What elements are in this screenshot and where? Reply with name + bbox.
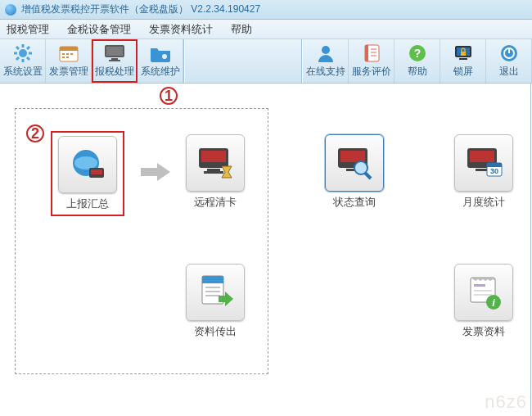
watermark: n6z6 bbox=[485, 391, 527, 413]
callout-2: 2 bbox=[26, 124, 44, 142]
power-icon bbox=[498, 43, 521, 63]
upload-summary-module[interactable]: 上报汇总 bbox=[54, 134, 121, 213]
menu-bar: 报税管理 金税设备管理 发票资料统计 帮助 bbox=[0, 20, 532, 39]
tax-processing-button[interactable]: 报税处理 bbox=[92, 39, 138, 83]
svg-rect-49 bbox=[470, 151, 494, 162]
lock-screen-button[interactable]: 锁屏 bbox=[440, 39, 486, 83]
calendar-icon bbox=[57, 43, 80, 63]
svg-rect-19 bbox=[109, 60, 120, 61]
svg-text:30: 30 bbox=[490, 167, 498, 175]
btn-label: 报税处理 bbox=[95, 65, 134, 79]
folder-gear-icon bbox=[149, 43, 172, 63]
person-icon bbox=[314, 43, 337, 63]
svg-text:i: i bbox=[492, 296, 495, 309]
document-export-icon bbox=[196, 273, 235, 312]
svg-line-6 bbox=[27, 57, 29, 60]
menu-tax-mgmt[interactable]: 报税管理 bbox=[7, 22, 49, 37]
menu-device-mgmt[interactable]: 金税设备管理 bbox=[67, 22, 131, 37]
notebook-icon bbox=[360, 43, 383, 63]
toolbar-separator bbox=[183, 39, 185, 83]
svg-rect-40 bbox=[201, 151, 226, 162]
system-maint-button[interactable]: 系统维护 bbox=[138, 39, 183, 83]
svg-rect-23 bbox=[365, 45, 368, 61]
svg-point-20 bbox=[162, 54, 167, 59]
module-label: 资料传出 bbox=[182, 324, 249, 339]
btn-label: 退出 bbox=[499, 65, 519, 79]
btn-label: 系统设置 bbox=[3, 65, 43, 79]
window-title: 增值税发票税控开票软件（金税盘版） V2.2.34.190427 bbox=[21, 2, 260, 16]
svg-line-47 bbox=[365, 173, 371, 179]
monitor-hourglass-icon bbox=[196, 143, 235, 183]
svg-rect-18 bbox=[111, 58, 118, 60]
btn-label: 在线支持 bbox=[306, 65, 345, 79]
title-bar: 增值税发票税控开票软件（金税盘版） V2.2.34.190427 bbox=[0, 0, 532, 20]
system-settings-button[interactable]: 系统设置 bbox=[0, 39, 46, 83]
gear-icon bbox=[11, 43, 34, 63]
svg-rect-15 bbox=[66, 57, 69, 58]
svg-rect-12 bbox=[66, 53, 69, 55]
svg-rect-32 bbox=[459, 58, 467, 60]
svg-line-8 bbox=[27, 47, 29, 49]
btn-label: 系统维护 bbox=[141, 65, 180, 79]
btn-label: 服务评价 bbox=[352, 65, 391, 79]
svg-rect-10 bbox=[60, 47, 78, 51]
module-label: 月度统计 bbox=[450, 195, 517, 210]
svg-rect-38 bbox=[91, 170, 102, 174]
svg-rect-55 bbox=[202, 276, 223, 283]
exit-button[interactable]: 退出 bbox=[486, 39, 532, 83]
module-label: 上报汇总 bbox=[56, 197, 119, 211]
arrow-icon bbox=[139, 161, 172, 183]
svg-rect-44 bbox=[340, 151, 365, 162]
svg-text:?: ? bbox=[413, 47, 421, 60]
status-query-module[interactable]: 状态查询 bbox=[321, 134, 388, 210]
svg-line-7 bbox=[16, 57, 19, 60]
globe-upload-icon bbox=[68, 145, 107, 184]
module-label: 远程清卡 bbox=[182, 195, 249, 210]
svg-rect-41 bbox=[207, 169, 220, 171]
content-area: 2 上报汇总 远程清卡 bbox=[0, 84, 532, 116]
lock-icon bbox=[452, 43, 475, 63]
app-icon bbox=[5, 4, 16, 16]
btn-label: 帮助 bbox=[408, 65, 427, 79]
module-label: 状态查询 bbox=[321, 195, 388, 210]
module-label: 发票资料 bbox=[450, 324, 517, 339]
svg-rect-31 bbox=[461, 52, 466, 56]
svg-point-21 bbox=[322, 46, 330, 54]
svg-line-5 bbox=[16, 47, 19, 49]
svg-point-0 bbox=[19, 49, 27, 57]
menu-help[interactable]: 帮助 bbox=[231, 22, 252, 37]
toolbar: 系统设置 发票管理 报税处理 系统维护 在线支持 bbox=[0, 39, 532, 84]
receipt-info-icon: i bbox=[464, 273, 503, 312]
help-button[interactable]: ? 帮助 bbox=[394, 39, 440, 83]
btn-label: 锁屏 bbox=[453, 65, 473, 79]
invoice-data-module[interactable]: i 发票资料 bbox=[450, 264, 517, 339]
monitor-calendar-icon: 30 bbox=[464, 143, 503, 183]
monitor-icon bbox=[103, 43, 126, 63]
btn-label: 发票管理 bbox=[49, 65, 88, 79]
invoice-mgmt-button[interactable]: 发票管理 bbox=[46, 39, 92, 83]
service-rating-button[interactable]: 服务评价 bbox=[349, 39, 394, 83]
svg-rect-14 bbox=[62, 57, 65, 58]
question-icon: ? bbox=[406, 43, 429, 63]
svg-rect-13 bbox=[70, 53, 73, 55]
monthly-stats-module[interactable]: 30 月度统计 bbox=[450, 134, 517, 210]
svg-rect-42 bbox=[204, 171, 223, 174]
data-export-module[interactable]: 资料传出 bbox=[182, 264, 249, 339]
remote-clear-module[interactable]: 远程清卡 bbox=[182, 134, 249, 210]
online-support-button[interactable]: 在线支持 bbox=[303, 39, 349, 83]
svg-rect-60 bbox=[474, 284, 485, 287]
menu-invoice-stats[interactable]: 发票资料统计 bbox=[149, 22, 213, 37]
monitor-search-icon bbox=[335, 143, 374, 183]
svg-rect-11 bbox=[62, 53, 65, 55]
svg-rect-17 bbox=[106, 47, 123, 56]
